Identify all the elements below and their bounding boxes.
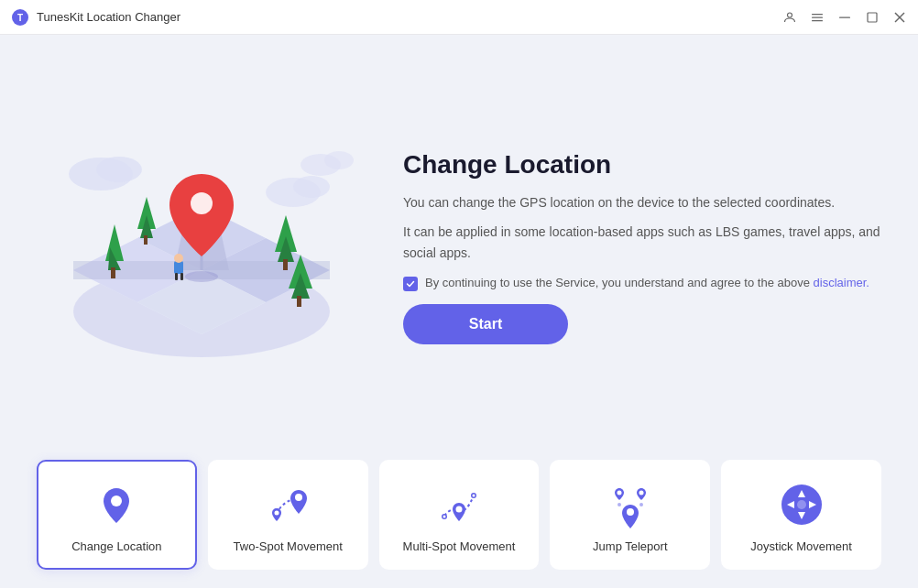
joystick-movement-icon	[778, 481, 825, 528]
feature-card-multi-spot[interactable]: Multi-Spot Movement	[379, 460, 540, 570]
svg-point-53	[627, 508, 634, 516]
svg-point-52	[639, 490, 643, 495]
svg-rect-39	[174, 261, 183, 274]
svg-point-11	[96, 157, 142, 182]
multi-spot-movement-icon	[435, 481, 483, 528]
hero-section: Change Location You can change the GPS l…	[37, 53, 881, 441]
svg-point-43	[111, 495, 122, 506]
feature-cards: Change Location Two-Spot Movement	[37, 460, 881, 570]
svg-point-61	[797, 500, 806, 509]
svg-rect-4	[812, 16, 823, 17]
svg-marker-25	[105, 224, 124, 261]
svg-rect-33	[283, 259, 288, 270]
maximize-button[interactable]	[865, 10, 880, 25]
description-line2: It can be applied in some location-based…	[403, 222, 881, 263]
svg-rect-5	[812, 20, 823, 21]
svg-point-46	[455, 506, 462, 512]
feature-label-two-spot: Two-Spot Movement	[234, 539, 343, 553]
close-button[interactable]	[892, 10, 907, 25]
title-bar-controls	[782, 10, 907, 25]
terms-checkbox[interactable]	[403, 277, 418, 291]
svg-rect-6	[839, 16, 850, 17]
change-location-icon	[93, 481, 140, 528]
svg-point-40	[174, 254, 183, 263]
title-bar-left: T TunesKit Location Changer	[11, 8, 180, 27]
map-illustration	[46, 119, 357, 376]
feature-label-change-location: Change Location	[71, 539, 161, 553]
terms-text: By continuing to use the Service, you un…	[425, 276, 869, 289]
terms-checkbox-row: By continuing to use the Service, you un…	[403, 276, 881, 291]
feature-label-jump-teleport: Jump Teleport	[593, 539, 667, 553]
svg-rect-3	[812, 14, 823, 15]
svg-rect-36	[297, 296, 301, 307]
svg-point-51	[617, 490, 621, 495]
main-content: Change Location You can change the GPS l…	[0, 35, 918, 588]
jump-teleport-icon	[607, 481, 654, 528]
minimize-button[interactable]	[837, 10, 852, 25]
svg-text:T: T	[17, 13, 23, 23]
app-logo: T	[11, 8, 29, 27]
svg-rect-41	[175, 273, 178, 280]
feature-card-two-spot[interactable]: Two-Spot Movement	[208, 460, 368, 570]
hero-title: Change Location	[403, 150, 881, 180]
hero-description: You can change the GPS location on the d…	[403, 192, 881, 263]
app-title: TunesKit Location Changer	[37, 10, 180, 24]
menu-button[interactable]	[810, 10, 825, 25]
feature-label-joystick: Joystick Movement	[750, 539, 852, 553]
svg-rect-27	[111, 267, 115, 278]
svg-point-2	[788, 13, 792, 17]
feature-card-jump-teleport[interactable]: Jump Teleport	[550, 460, 710, 570]
svg-rect-7	[868, 13, 877, 22]
svg-point-37	[185, 271, 218, 282]
start-button[interactable]: Start	[403, 304, 568, 344]
feature-card-change-location[interactable]: Change Location	[37, 460, 197, 570]
svg-rect-42	[180, 273, 183, 280]
info-panel: Change Location You can change the GPS l…	[403, 150, 881, 344]
svg-point-48	[443, 515, 445, 517]
svg-point-50	[472, 494, 475, 496]
svg-point-44	[275, 510, 279, 515]
svg-point-55	[639, 503, 643, 506]
disclaimer-link[interactable]: disclaimer.	[814, 276, 869, 289]
svg-point-45	[295, 494, 302, 501]
description-line1: You can change the GPS location on the d…	[403, 192, 881, 212]
feature-card-joystick[interactable]: Joystick Movement	[721, 460, 881, 570]
svg-point-15	[324, 151, 354, 169]
svg-point-13	[293, 176, 330, 198]
svg-rect-30	[144, 235, 148, 245]
svg-point-38	[191, 192, 213, 214]
account-button[interactable]	[782, 10, 797, 25]
two-spot-movement-icon	[264, 481, 311, 528]
illustration-area	[37, 119, 366, 376]
feature-label-multi-spot: Multi-Spot Movement	[403, 539, 516, 553]
title-bar: T TunesKit Location Changer	[0, 0, 918, 35]
svg-point-54	[617, 503, 621, 506]
